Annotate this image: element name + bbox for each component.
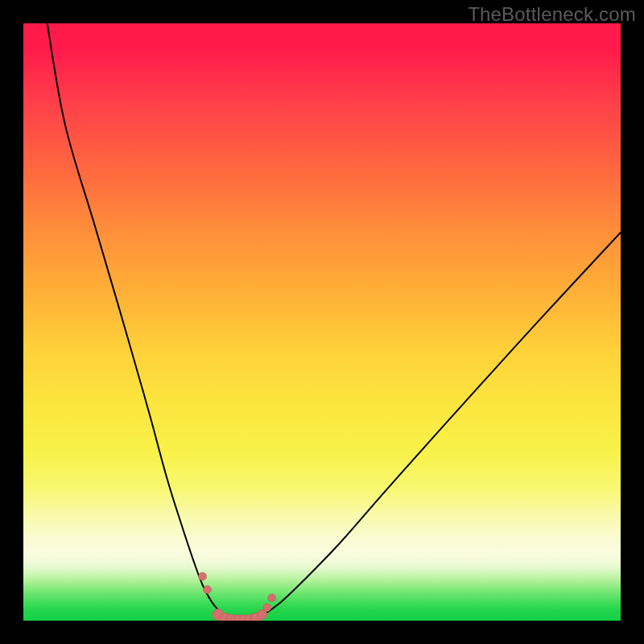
bottleneck-curve-chart — [23, 23, 621, 621]
valley-marker-dot — [204, 585, 212, 593]
valley-marker-dots — [199, 572, 276, 621]
plot-area — [23, 23, 621, 621]
valley-marker-dot — [263, 604, 271, 612]
valley-marker-dot — [199, 572, 207, 580]
left-descending-curve — [47, 23, 233, 621]
valley-marker-dot — [268, 594, 276, 602]
watermark-text: TheBottleneck.com — [468, 3, 636, 26]
right-ascending-curve — [250, 233, 621, 621]
outer-frame: TheBottleneck.com — [0, 0, 644, 644]
